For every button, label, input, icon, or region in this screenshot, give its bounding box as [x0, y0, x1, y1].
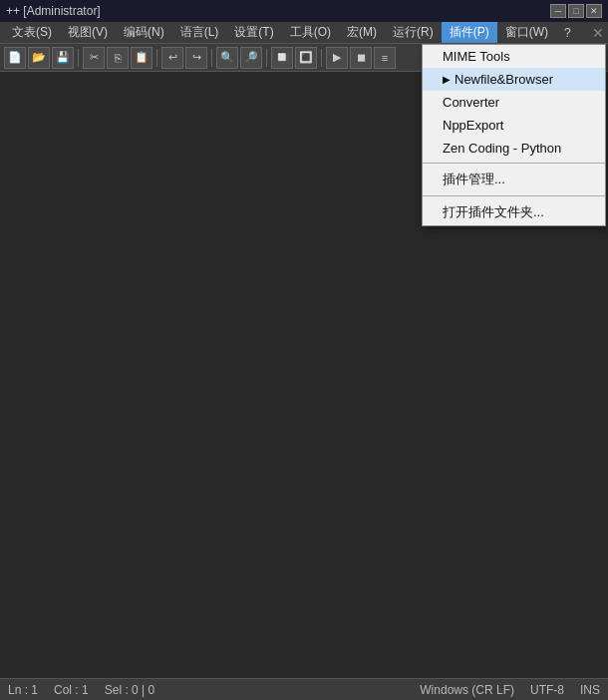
toolbar-copy[interactable]: ⎘: [107, 47, 129, 69]
toolbar-sep2: [156, 49, 157, 67]
toolbar-save[interactable]: 💾: [52, 47, 74, 69]
minimize-button[interactable]: ─: [550, 4, 566, 18]
status-sel: Sel : 0 | 0: [105, 683, 154, 697]
newfile-browser-label: Newfile&Browser: [455, 72, 553, 87]
dropdown-sep1: [423, 163, 605, 164]
mime-tools-label: MIME Tools: [443, 49, 510, 64]
dropdown-item-open-plugin-folder[interactable]: 打开插件文件夹...: [423, 199, 605, 225]
menu-item-gongju[interactable]: 工具(O): [282, 22, 339, 43]
toolbar-sep4: [266, 49, 267, 67]
close-button[interactable]: ✕: [586, 4, 602, 18]
toolbar-sep5: [321, 49, 322, 67]
menu-item-yuyan[interactable]: 语言(L): [172, 22, 227, 43]
toolbar-open[interactable]: 📂: [28, 47, 50, 69]
menu-item-shitu[interactable]: 视图(V): [60, 22, 116, 43]
toolbar-extra[interactable]: ≡: [374, 47, 396, 69]
status-right: Windows (CR LF) UTF-8 INS: [420, 683, 600, 697]
menu-item-chuangkou[interactable]: 窗口(W): [497, 22, 556, 43]
toolbar-sep1: [78, 49, 79, 67]
status-line-ending: Windows (CR LF): [420, 683, 514, 697]
nppexport-label: NppExport: [443, 118, 503, 133]
title-text: ++ [Administrator]: [6, 4, 101, 18]
status-encoding: UTF-8: [530, 683, 564, 697]
toolbar-find[interactable]: 🔍: [216, 47, 238, 69]
dropdown-item-plugin-manager[interactable]: 插件管理...: [423, 167, 605, 192]
status-col: Col : 1: [54, 683, 89, 697]
toolbar-run[interactable]: ▶: [326, 47, 348, 69]
toolbar-redo[interactable]: ↪: [185, 47, 207, 69]
converter-label: Converter: [443, 95, 499, 110]
open-plugin-folder-label: 打开插件文件夹...: [443, 204, 544, 219]
menu-item-yunxing[interactable]: 运行(R): [385, 22, 442, 43]
toolbar-zoom-out[interactable]: 🔳: [295, 47, 317, 69]
title-bar-left: ++ [Administrator]: [6, 4, 101, 18]
title-bar-controls: ─ □ ✕: [550, 4, 602, 18]
menu-item-bianma[interactable]: 编码(N): [116, 22, 172, 43]
toolbar-replace[interactable]: 🔎: [240, 47, 262, 69]
close-tab-icon[interactable]: ✕: [592, 25, 604, 41]
plugin-manager-label: 插件管理...: [443, 172, 505, 186]
menu-item-help[interactable]: ?: [556, 24, 579, 42]
dropdown-item-converter[interactable]: Converter: [423, 91, 605, 114]
cursor-arrow-icon: ▶: [443, 74, 451, 85]
status-ln: Ln : 1: [8, 683, 38, 697]
toolbar-undo[interactable]: ↩: [161, 47, 183, 69]
status-bar: Ln : 1 Col : 1 Sel : 0 | 0 Windows (CR L…: [0, 678, 608, 700]
toolbar-cut[interactable]: ✂: [83, 47, 105, 69]
dropdown-item-nppexport[interactable]: NppExport: [423, 114, 605, 137]
toolbar-sep3: [211, 49, 212, 67]
dropdown-sep2: [423, 195, 605, 196]
toolbar-macro[interactable]: ◼: [350, 47, 372, 69]
title-bar: ++ [Administrator] ─ □ ✕: [0, 0, 608, 22]
dropdown-item-mime-tools[interactable]: MIME Tools: [423, 45, 605, 68]
status-mode: INS: [580, 683, 600, 697]
menu-item-hong[interactable]: 宏(M): [339, 22, 385, 43]
menu-item-wenbiao[interactable]: 文表(S): [4, 22, 60, 43]
dropdown-item-zen-coding[interactable]: Zen Coding - Python: [423, 137, 605, 160]
zen-coding-label: Zen Coding - Python: [443, 141, 561, 156]
toolbar-zoom-in[interactable]: 🔲: [271, 47, 293, 69]
menu-item-chajian[interactable]: 插件(P): [442, 22, 497, 43]
dropdown-item-newfile-browser[interactable]: ▶ Newfile&Browser: [423, 68, 605, 91]
toolbar-paste[interactable]: 📋: [131, 47, 152, 69]
menu-bar: 文表(S) 视图(V) 编码(N) 语言(L) 设置(T) 工具(O) 宏(M)…: [0, 22, 608, 44]
maximize-button[interactable]: □: [568, 4, 584, 18]
menu-item-shezhi[interactable]: 设置(T): [226, 22, 281, 43]
plugin-dropdown: MIME Tools ▶ Newfile&Browser Converter N…: [422, 44, 606, 226]
toolbar-new[interactable]: 📄: [4, 47, 26, 69]
